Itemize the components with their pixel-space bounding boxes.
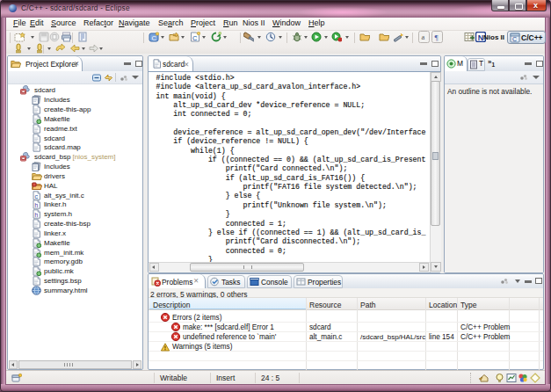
svg-text:¶: ¶ [435,33,439,42]
svg-text:C: C [192,34,198,42]
svg-text:C: C [512,36,517,42]
svg-text:a: a [422,33,425,41]
